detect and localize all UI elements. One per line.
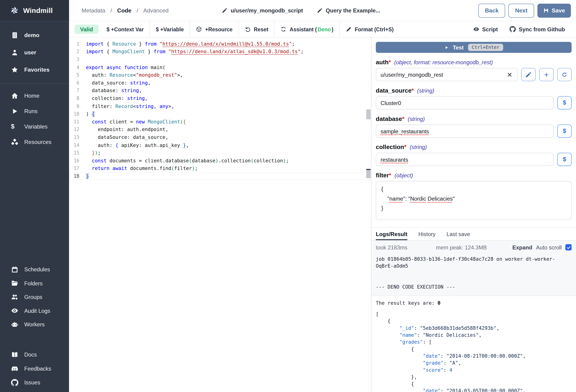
required-asterisk: *	[389, 59, 391, 66]
line-number: 12	[69, 127, 80, 132]
toolbar-reset-button[interactable]: Reset	[239, 21, 274, 37]
breadcrumb-code[interactable]: Code	[117, 7, 132, 14]
collection-dynamic-button[interactable]: $	[557, 153, 572, 166]
groups-icon	[11, 293, 18, 301]
line-content: const client = new MongoClient({	[86, 119, 186, 125]
edit-resource-button[interactable]	[521, 68, 535, 81]
line-content: export async function main(	[86, 64, 165, 70]
line-content: auth: Resource<"mongodb_rest">,	[86, 72, 183, 78]
sidebar-item-variables[interactable]: $Variables	[0, 119, 69, 135]
field-name: data_source	[376, 87, 411, 94]
home-icon	[11, 92, 18, 100]
code-line[interactable]: 5 auth: Resource<"mongodb_rest">,	[69, 71, 371, 79]
refresh-resource-button[interactable]	[557, 68, 572, 81]
add-resource-button[interactable]: +	[539, 68, 554, 81]
sidebar-item-issues[interactable]: Issues	[0, 375, 69, 390]
sidebar-item-groups[interactable]: Groups	[0, 290, 69, 304]
sidebar-item-user[interactable]: user	[0, 44, 69, 61]
sidebar-item-demo[interactable]: demo	[0, 27, 69, 44]
code-line[interactable]: 1import { Resource } from "https://deno.…	[69, 40, 371, 48]
editor-scrollbar[interactable]	[366, 38, 371, 392]
sidebar-item-feedbacks[interactable]: Feedbacks	[0, 362, 69, 376]
code-line[interactable]: 7 database: string,	[69, 86, 371, 94]
field-type-hint: (string)	[410, 144, 427, 150]
line-number: 18	[69, 173, 80, 179]
data-source-dynamic-button[interactable]: $	[557, 96, 572, 110]
database-dynamic-button[interactable]: $	[557, 124, 572, 138]
toolbar-label: Reset	[254, 26, 268, 32]
windmill-app-window: Windmill demouserFavorites HomeRuns$Vari…	[0, 0, 576, 392]
toolbar-sync-from-github-button[interactable]: Sync from Github	[504, 26, 571, 32]
sidebar-item-audit-logs[interactable]: Audit Logs	[0, 304, 69, 318]
sidebar-logo[interactable]: Windmill	[0, 0, 69, 21]
sidebar-item-docs[interactable]: Docs	[0, 348, 69, 362]
autoscroll-checkbox[interactable]	[565, 244, 572, 250]
tab-history[interactable]: History	[418, 228, 435, 240]
code-line[interactable]: 4export async function main(	[69, 63, 371, 71]
save-label: Save	[551, 7, 565, 14]
save-button[interactable]: Save	[537, 3, 571, 18]
toolbar-script-view-button[interactable]: Script	[467, 26, 504, 32]
code-line[interactable]: 10) {	[69, 110, 371, 118]
tab-logs-result[interactable]: Logs/Result	[376, 228, 407, 240]
next-button[interactable]: Next	[509, 3, 534, 18]
code-line[interactable]: 3	[69, 56, 371, 63]
sidebar-item-home[interactable]: Home	[0, 88, 69, 104]
code-line[interactable]: 6 data_source: string,	[69, 79, 371, 87]
sidebar-item-schedules[interactable]: Schedules	[0, 263, 69, 276]
filter-json-editor[interactable]: { "name": "Nordic Delicacies"}	[376, 181, 572, 220]
toolbar-label: Format (Ctrl+S)	[355, 26, 394, 32]
collection-input[interactable]: restaurants	[376, 153, 554, 166]
clear-icon[interactable]	[507, 71, 513, 78]
code-line[interactable]: 17 return await documents.find(filter);	[69, 165, 371, 172]
code-line[interactable]: 15 });	[69, 149, 371, 157]
back-button[interactable]: Back	[478, 3, 505, 18]
pen-icon	[346, 26, 352, 32]
auth-resource-input[interactable]: u/user/my_mongodb_rest	[376, 68, 518, 81]
data-source-input[interactable]: Cluster0	[376, 96, 554, 110]
code-editor[interactable]: 1import { Resource } from "https://deno.…	[69, 38, 371, 392]
sidebar-item-folders[interactable]: Folders	[0, 276, 69, 290]
code-line[interactable]: 16 const documents = client.database(dat…	[69, 157, 371, 165]
collection-value: restaurants	[381, 156, 408, 162]
reset-icon	[245, 26, 251, 32]
toolbar-format-button[interactable]: Format (Ctrl+S)	[340, 21, 400, 37]
toolbar-add-variable-button[interactable]: $ +Variable	[150, 21, 190, 37]
toolbar-assistant-button[interactable]: Assistant (Deno)	[275, 21, 339, 37]
line-content: import { MongoClient } from "https://den…	[86, 49, 304, 55]
sidebar-item-workers[interactable]: Workers	[0, 318, 69, 332]
code-line[interactable]: 12 endpoint: auth.endpoint,	[69, 126, 371, 133]
test-shortcut: Ctrl+Enter	[468, 44, 503, 51]
script-path-edit[interactable]: u/user/my_mongodb_script	[222, 7, 303, 14]
code-line[interactable]: 14 auth: { apiKey: auth.api_key },	[69, 141, 371, 149]
code-line[interactable]: 18}	[69, 172, 371, 180]
script-summary-edit[interactable]: Query the Example...	[317, 7, 380, 14]
code-line[interactable]: 13 dataSource: data_source,	[69, 133, 371, 141]
code-line[interactable]: 11 const client = new MongoClient({	[69, 118, 371, 126]
editor-scrollbar-thumb[interactable]	[366, 110, 371, 119]
code-line[interactable]: 2import { MongoClient } from "https://de…	[69, 48, 371, 56]
sidebar-item-resources[interactable]: Resources	[0, 135, 69, 150]
editor-overview-marker	[366, 169, 371, 178]
json-line: [	[376, 311, 572, 318]
sidebar-item-label: demo	[24, 32, 39, 38]
field-name: filter	[376, 172, 389, 179]
test-button[interactable]: Test Ctrl+Enter	[376, 42, 572, 53]
line-content: }	[86, 173, 89, 179]
code-line[interactable]: 8 collection: string,	[69, 94, 371, 102]
sidebar-item-runs[interactable]: Runs	[0, 104, 69, 119]
field-type-hint: (object, format: resource-mongodb_rest)	[394, 59, 493, 65]
breadcrumb: Metadata / Code / Advanced	[82, 7, 169, 14]
database-input[interactable]: sample_restaurants	[376, 124, 554, 138]
breadcrumb-metadata[interactable]: Metadata	[82, 7, 105, 14]
breadcrumb-advanced[interactable]: Advanced	[143, 7, 169, 14]
sidebar-item-favorites[interactable]: Favorites	[0, 61, 69, 78]
job-log-output: job 01864b05-8033-b136-1def-f30c48ac7c28…	[376, 256, 572, 290]
line-number: 8	[69, 96, 80, 101]
toolbar-add-context-var-button[interactable]: $ +Context Var	[101, 21, 149, 37]
toolbar-add-resource-button[interactable]: +Resource	[190, 21, 238, 37]
code-line[interactable]: 9 filter: Record<string, any>,	[69, 102, 371, 110]
tab-last-save[interactable]: Last save	[447, 228, 470, 240]
line-content: const documents = client.database(databa…	[86, 158, 289, 163]
expand-button[interactable]: Expand	[512, 244, 532, 250]
